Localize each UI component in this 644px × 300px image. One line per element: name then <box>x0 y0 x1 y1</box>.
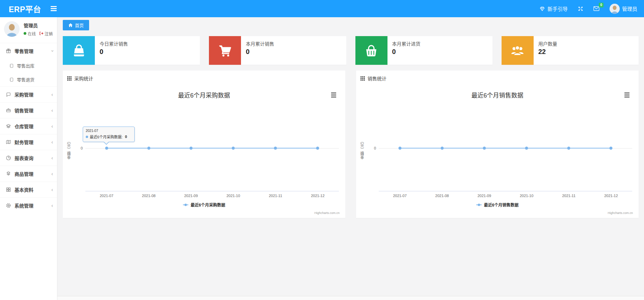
chart-tooltip: 2021-07 最近6个月采购数据: 0 <box>83 127 135 142</box>
pie-chart-icon <box>6 155 11 161</box>
chevron-left-icon: ‹ <box>51 187 53 192</box>
x-axis-line <box>379 191 632 191</box>
x-tick-label: 2021-12 <box>604 194 618 198</box>
sidebar-item-reports[interactable]: 报表查询 ‹ <box>0 150 57 166</box>
sidebar-item-system[interactable]: 系统管理 ‹ <box>0 197 57 213</box>
sidebar-menu: 零售管理 ‹ 零售出库 零售退货 <box>0 43 57 213</box>
menu-label: 报表查询 <box>15 155 33 161</box>
retail-submenu: 零售出库 零售退货 <box>0 59 57 86</box>
messages-button[interactable]: 0 <box>593 6 599 11</box>
data-point-marker[interactable] <box>440 147 444 150</box>
x-tick-label: 2021-12 <box>311 194 324 198</box>
y-axis-label: 金额（元） <box>360 139 365 159</box>
sidebar-item-sales[interactable]: 销售管理 ‹ <box>0 102 57 118</box>
menu-label: 零售出库 <box>17 62 34 69</box>
sidebar-user-name: 管理员 <box>24 22 53 29</box>
menu-label: 销售管理 <box>15 107 33 114</box>
data-point-marker[interactable] <box>105 147 108 150</box>
menu-label: 零售退货 <box>17 76 34 83</box>
menu-label: 仓库管理 <box>15 123 33 130</box>
data-point-marker[interactable] <box>483 147 486 150</box>
stat-card-month-purchase: 本月累计进货 0 <box>355 36 492 65</box>
tab-home[interactable]: 首页 <box>63 20 89 30</box>
legend-label: 最近6个月采购数据 <box>191 202 225 208</box>
chevron-left-icon: ‹ <box>51 140 53 144</box>
shopping-basket-icon <box>355 36 387 65</box>
stat-cards-row: 今日累计销售 0 本月累计销售 0 <box>63 36 639 65</box>
tab-label: 首页 <box>75 22 84 28</box>
data-point-marker[interactable] <box>398 147 401 150</box>
sign-out-icon <box>39 31 44 35</box>
stat-label: 今日累计销售 <box>100 40 128 47</box>
stat-card-month-sales: 本月累计销售 0 <box>209 36 346 65</box>
data-point-marker[interactable] <box>567 147 570 150</box>
plot-area: 2021-072021-082021-092021-102021-112021-… <box>85 83 339 215</box>
fullscreen-button[interactable] <box>578 6 583 11</box>
menu-label: 采购管理 <box>15 91 33 98</box>
data-point-marker[interactable] <box>189 147 192 150</box>
avatar <box>4 21 20 37</box>
sidebar-toggle-button[interactable] <box>51 6 57 11</box>
chevron-left-icon: ‹ <box>51 156 53 160</box>
data-point-marker[interactable] <box>274 147 277 150</box>
legend-item[interactable]: 最近6个月销售数据 <box>360 202 634 208</box>
data-point-marker[interactable] <box>316 147 319 150</box>
tooltip-header: 2021-07 <box>86 129 132 133</box>
guide-link[interactable]: 新手引导 <box>539 5 568 12</box>
online-status-dot <box>24 32 26 35</box>
guide-label: 新手引导 <box>547 5 568 12</box>
footer-bar <box>57 296 644 300</box>
x-tick-label: 2021-08 <box>142 194 156 198</box>
sales-stats-panel: 销售统计 最近6个月销售数据 金额（元） 0 2021-072021-08202… <box>356 71 639 218</box>
data-point-marker[interactable] <box>147 147 150 150</box>
user-menu[interactable]: 管理员 <box>610 4 637 14</box>
panel-title: 销售统计 <box>368 75 386 82</box>
data-point-marker[interactable] <box>232 147 235 150</box>
envelope-icon <box>593 6 599 11</box>
x-tick-label: 2021-07 <box>393 194 406 198</box>
tooltip-value: 0 <box>125 135 127 139</box>
stat-value: 0 <box>246 48 274 56</box>
logout-link[interactable]: 注销 <box>39 31 53 36</box>
x-tick-label: 2021-11 <box>269 194 282 198</box>
box-icon <box>6 171 11 176</box>
plot-area: 2021-072021-082021-092021-102021-112021-… <box>379 83 632 215</box>
user-panel: 管理员 在线 注销 <box>0 17 57 42</box>
x-axis-line <box>85 191 339 191</box>
sales-chart: 最近6个月销售数据 金额（元） 0 2021-072021-082021-092… <box>360 83 634 215</box>
sidebar-item-basic-data[interactable]: 基本资料 ‹ <box>0 182 57 197</box>
purchase-stats-panel: 采购统计 最近6个月采购数据 金额（元） 0 2021-072021-08202… <box>63 71 345 218</box>
purchase-chart: 最近6个月采购数据 金额（元） 0 2021-072021-082021-092… <box>67 83 341 215</box>
message-count-badge: 0 <box>599 3 603 7</box>
y-tick-label: 0 <box>370 146 376 150</box>
y-axis-label: 金额（元） <box>66 139 72 159</box>
map-icon <box>6 139 11 145</box>
stat-value: 0 <box>392 48 421 56</box>
sidebar-item-warehouse[interactable]: 仓库管理 ‹ <box>0 118 57 134</box>
highcharts-credits[interactable]: Highcharts.com.cn <box>608 211 633 215</box>
sidebar-item-retail-return[interactable]: 零售退货 <box>0 73 57 86</box>
sidebar-item-finance[interactable]: 财务管理 ‹ <box>0 134 57 150</box>
legend-marker-icon <box>476 204 482 205</box>
legend-item[interactable]: 最近6个月采购数据 <box>67 202 341 208</box>
sidebar-item-retail[interactable]: 零售管理 ‹ <box>0 43 57 59</box>
gear-icon <box>6 203 11 208</box>
chevron-left-icon: ‹ <box>51 203 53 208</box>
avatar <box>610 4 620 14</box>
sidebar-item-goods[interactable]: 商品管理 ‹ <box>0 166 57 182</box>
x-tick-label: 2021-09 <box>184 194 198 198</box>
stat-card-today-sales: 今日累计销售 0 <box>63 36 200 65</box>
charts-row: 采购统计 最近6个月采购数据 金额（元） 0 2021-072021-08202… <box>63 71 639 218</box>
legend-marker-icon <box>183 204 188 205</box>
sidebar-item-purchase[interactable]: 采购管理 ‹ <box>0 86 57 102</box>
sidebar-item-retail-outbound[interactable]: 零售出库 <box>0 59 57 73</box>
menu-label: 基本资料 <box>15 186 33 193</box>
th-grid-icon <box>360 76 365 81</box>
gift-icon <box>6 48 11 54</box>
journal-icon <box>9 63 14 68</box>
data-point-marker[interactable] <box>525 147 528 150</box>
journal-icon <box>9 77 14 82</box>
home-icon <box>68 23 73 27</box>
highcharts-credits[interactable]: Highcharts.com.cn <box>314 211 340 215</box>
data-point-marker[interactable] <box>610 147 613 150</box>
